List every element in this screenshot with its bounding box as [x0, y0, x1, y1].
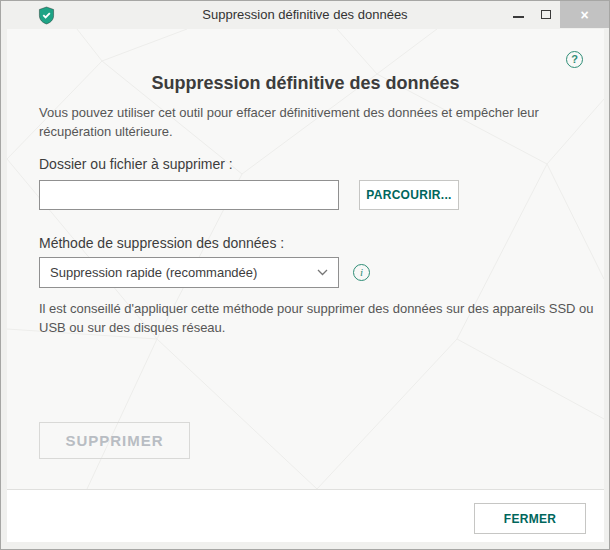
help-button[interactable]: ? — [566, 51, 583, 68]
maximize-button[interactable] — [532, 1, 560, 28]
browse-button[interactable]: PARCOURIR... — [359, 180, 459, 210]
tool-description: Vous pouvez utiliser cet outil pour effa… — [39, 103, 591, 141]
info-icon: i — [360, 266, 363, 278]
delete-button[interactable]: SUPPRIMER — [39, 422, 190, 459]
page-title: Suppression définitive des données — [7, 73, 604, 94]
method-dropdown[interactable]: Suppression rapide (recommandée) — [39, 257, 339, 288]
minimize-icon — [513, 16, 524, 18]
file-path-input[interactable] — [39, 180, 339, 210]
question-mark-icon: ? — [571, 53, 578, 65]
window-controls: × — [504, 1, 609, 28]
close-dialog-button[interactable]: FERMER — [474, 503, 586, 534]
dialog-footer: FERMER — [7, 489, 604, 542]
maximize-icon — [541, 10, 551, 19]
file-field-label: Dossier ou fichier à supprimer : — [39, 156, 233, 172]
chevron-down-icon — [317, 269, 328, 276]
method-field-label: Méthode de suppression des données : — [39, 235, 284, 251]
titlebar: Suppression définitive des données × — [1, 1, 609, 29]
method-selected-value: Suppression rapide (recommandée) — [50, 265, 257, 280]
close-window-button[interactable]: × — [560, 1, 609, 28]
app-window: Suppression définitive des données × — [0, 0, 610, 550]
method-info-button[interactable]: i — [353, 264, 370, 281]
method-hint-text: Il est conseillé d'appliquer cette métho… — [39, 299, 595, 337]
close-icon: × — [580, 7, 588, 23]
minimize-button[interactable] — [504, 1, 532, 28]
dialog-content: ? Suppression définitive des données Vou… — [7, 29, 604, 489]
